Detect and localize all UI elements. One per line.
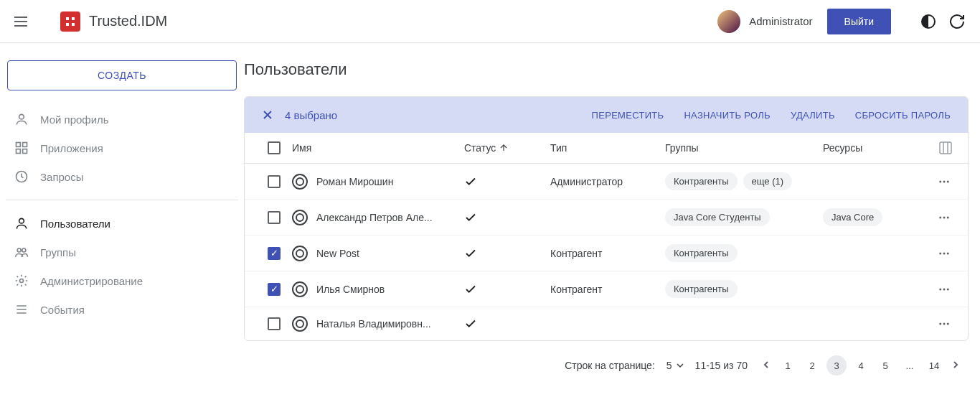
prev-page-icon[interactable] (759, 357, 773, 374)
svg-rect-6 (23, 143, 27, 147)
table-header-row: Имя Статус Тип Группы Ресурсы (245, 133, 968, 164)
user-avatar[interactable] (717, 10, 740, 33)
row-actions-button[interactable] (923, 283, 956, 296)
nav-item-label: События (40, 304, 85, 316)
column-header-groups[interactable]: Группы (665, 142, 823, 154)
row-actions-button[interactable] (923, 211, 956, 224)
svg-point-24 (939, 288, 941, 290)
check-icon (464, 283, 477, 296)
logout-button[interactable]: Выйти (827, 9, 891, 34)
nav-icon (14, 141, 29, 155)
user-avatar-icon (292, 246, 308, 261)
svg-point-22 (943, 252, 946, 254)
check-icon (464, 247, 477, 260)
user-name-label: Илья Смирнов (316, 284, 385, 295)
pagination-range-label: 11-15 из 70 (695, 360, 748, 371)
chevron-down-icon (677, 362, 684, 369)
nav-icon (14, 302, 29, 317)
svg-rect-0 (66, 17, 69, 20)
page-number[interactable]: 1 (778, 355, 798, 376)
column-header-status[interactable]: Статус (464, 142, 550, 154)
svg-point-10 (19, 218, 24, 223)
row-actions-button[interactable] (923, 247, 956, 260)
app-header: Trusted.IDM Administrator Выйти (0, 0, 980, 43)
sidebar-item[interactable]: Администрирование (6, 266, 238, 295)
sidebar-item[interactable]: Группы (6, 238, 238, 266)
svg-rect-2 (66, 23, 69, 26)
sidebar-item[interactable]: События (6, 295, 238, 324)
column-header-name[interactable]: Имя (292, 142, 464, 154)
column-settings-icon[interactable] (923, 141, 952, 154)
selection-action[interactable]: ПЕРЕМЕСТИТЬ (592, 110, 664, 121)
svg-rect-1 (72, 17, 75, 20)
group-chip[interactable]: Контрагенты (665, 244, 738, 262)
selection-action[interactable]: НАЗНАЧИТЬ РОЛЬ (684, 110, 771, 121)
page-title: Пользователи (244, 60, 969, 79)
svg-point-29 (947, 323, 949, 325)
nav-item-label: Администрирование (40, 275, 143, 287)
group-chip[interactable]: Контрагенты (665, 280, 738, 298)
user-name-label: Роман Мирошин (316, 176, 393, 187)
row-checkbox[interactable] (268, 317, 281, 330)
page-number[interactable]: 14 (924, 355, 944, 376)
row-checkbox[interactable] (268, 175, 281, 188)
svg-point-11 (17, 248, 21, 252)
theme-toggle-icon[interactable] (920, 13, 937, 30)
row-checkbox[interactable] (268, 211, 281, 224)
column-header-type[interactable]: Тип (550, 142, 665, 154)
sidebar-item[interactable]: Запросы (6, 162, 238, 191)
row-checkbox[interactable] (268, 283, 281, 296)
clear-selection-icon[interactable] (262, 109, 273, 121)
row-checkbox[interactable] (268, 247, 281, 260)
svg-point-26 (947, 288, 949, 290)
user-type-label: Администратор (550, 176, 665, 187)
user-type-label: Контрагент (550, 284, 665, 295)
page-size-selector[interactable]: 5 (666, 360, 684, 371)
selection-action[interactable]: УДАЛИТЬ (791, 110, 835, 121)
select-all-checkbox[interactable] (268, 141, 281, 154)
check-icon (464, 175, 477, 188)
sidebar-item[interactable]: Мой профиль (6, 105, 238, 134)
user-avatar-icon (292, 210, 308, 225)
create-button[interactable]: СОЗДАТЬ (7, 60, 237, 90)
pagination-ellipsis: ... (900, 355, 920, 376)
page-number[interactable]: 2 (802, 355, 822, 376)
nav-item-label: Приложения (40, 142, 103, 154)
svg-rect-3 (72, 23, 75, 26)
page-number[interactable]: 3 (826, 355, 847, 376)
selection-action[interactable]: СБРОСИТЬ ПАРОЛЬ (855, 110, 951, 121)
group-chip[interactable]: Контрагенты (665, 172, 738, 190)
group-chip[interactable]: еще (1) (743, 172, 793, 190)
nav-icon (14, 169, 29, 184)
page-number[interactable]: 5 (875, 355, 895, 376)
sidebar-item[interactable]: Приложения (6, 134, 238, 162)
svg-rect-14 (940, 142, 951, 154)
menu-toggle-button[interactable] (14, 13, 32, 30)
page-number[interactable]: 4 (851, 355, 871, 376)
nav-divider (6, 200, 238, 200)
nav-icon (14, 216, 29, 230)
pagination: Строк на странице: 5 11-15 из 70 12345..… (244, 341, 969, 376)
svg-rect-7 (17, 149, 21, 154)
column-header-resources[interactable]: Ресурсы (823, 142, 923, 154)
user-name-label: Александр Петров Але... (316, 212, 433, 223)
sidebar-item[interactable]: Пользователи (6, 209, 238, 238)
svg-point-17 (947, 180, 949, 182)
group-chip[interactable]: Java Core Студенты (665, 208, 770, 226)
svg-rect-8 (23, 149, 27, 154)
svg-point-25 (943, 288, 946, 290)
refresh-icon[interactable] (948, 13, 966, 30)
check-icon (464, 211, 477, 224)
svg-rect-5 (17, 143, 21, 147)
nav-icon (14, 274, 29, 288)
svg-point-28 (943, 323, 946, 325)
row-actions-button[interactable] (923, 175, 956, 188)
nav-icon (14, 245, 29, 259)
svg-point-16 (943, 180, 946, 182)
resource-chip[interactable]: Java Core (823, 208, 882, 226)
next-page-icon[interactable] (948, 357, 963, 374)
svg-point-27 (939, 323, 941, 325)
row-actions-button[interactable] (923, 317, 956, 330)
table-row: Наталья Владимировн... (245, 307, 968, 340)
svg-point-12 (22, 248, 26, 252)
